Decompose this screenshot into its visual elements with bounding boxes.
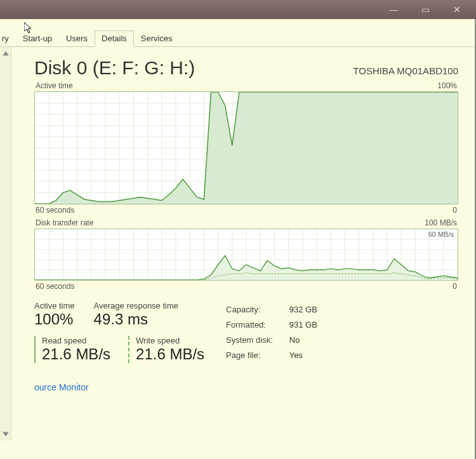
scroll-up-icon[interactable] — [2, 50, 10, 57]
avg-response-value: 49.3 ms — [94, 310, 178, 328]
chart1-label-top-left: Active time — [36, 81, 73, 90]
avg-response-label: Average response time — [94, 301, 178, 310]
active-time-value: 100% — [34, 310, 75, 328]
active-time-stat: Active time 100% — [34, 301, 75, 328]
maximize-button[interactable]: ▭ — [410, 3, 440, 17]
performance-detail-pane: Disk 0 (E: F: G: H:) TOSHIBA MQ01ABD100 … — [11, 47, 476, 441]
disk-model: TOSHIBA MQ01ABD100 — [353, 65, 458, 76]
tab-services[interactable]: Services — [134, 30, 180, 47]
chart2-label-mid-right: 60 MB/s — [428, 230, 454, 238]
table-row: Formatted: 931 GB — [226, 317, 317, 331]
tab-details[interactable]: Details — [95, 30, 134, 47]
system-disk-value: No — [289, 333, 317, 347]
read-speed-value: 21.6 MB/s — [42, 345, 110, 363]
table-row: Page file: Yes — [226, 348, 317, 362]
tab-startup[interactable]: Start-up — [16, 30, 59, 47]
transfer-rate-chart: 60 MB/s — [34, 229, 458, 281]
write-speed-value: 21.6 MB/s — [136, 345, 204, 363]
active-time-chart — [34, 91, 458, 204]
menubar-spacer — [0, 19, 476, 30]
titlebar: — ▭ ✕ — [0, 0, 476, 19]
read-speed-label: Read speed — [42, 336, 110, 345]
table-row: Capacity: 932 GB — [226, 302, 317, 316]
chart1-label-bottom-left: 60 seconds — [36, 206, 74, 215]
active-time-chart-block: Active time 100% 60 seconds 0 — [34, 81, 458, 215]
scroll-down-icon[interactable] — [2, 430, 10, 438]
disk-title: Disk 0 (E: F: G: H:) — [34, 57, 195, 79]
active-time-label: Active time — [34, 301, 75, 310]
pagefile-value: Yes — [289, 348, 317, 362]
resource-monitor-link[interactable]: ource Monitor — [34, 382, 89, 392]
tab-strip: ry Start-up Users Details Services — [0, 30, 476, 47]
read-speed-stat: Read speed 21.6 MB/s — [34, 336, 110, 363]
system-disk-label: System disk: — [226, 333, 288, 347]
close-button[interactable]: ✕ — [442, 3, 472, 17]
formatted-value: 931 GB — [289, 317, 317, 331]
pagefile-label: Page file: — [226, 348, 288, 362]
capacity-label: Capacity: — [226, 302, 288, 316]
disk-info-table: Capacity: 932 GB Formatted: 931 GB Syste… — [225, 301, 319, 363]
chart2-label-top-right: 100 MB/s — [425, 218, 457, 227]
tab-users[interactable]: Users — [59, 30, 95, 47]
chart2-label-bottom-left: 60 seconds — [36, 282, 74, 291]
disk-list-scrollbar[interactable] — [0, 47, 11, 441]
chart2-label-bottom-right: 0 — [453, 282, 457, 291]
write-speed-label: Write speed — [136, 336, 204, 345]
formatted-label: Formatted: — [226, 317, 288, 331]
capacity-value: 932 GB — [289, 302, 317, 316]
tab-app-history[interactable]: ry — [0, 30, 16, 47]
transfer-rate-chart-block: Disk transfer rate 100 MB/s 60 MB/s 60 s… — [34, 218, 458, 291]
table-row: System disk: No — [226, 333, 317, 347]
avg-response-stat: Average response time 49.3 ms — [94, 301, 178, 328]
chart1-label-top-right: 100% — [437, 81, 457, 90]
stats-row: Active time 100% Average response time 4… — [34, 301, 458, 363]
chart1-label-bottom-right: 0 — [453, 206, 457, 215]
minimize-button[interactable]: — — [378, 3, 409, 17]
chart2-label-top-left: Disk transfer rate — [36, 218, 93, 227]
write-speed-stat: Write speed 21.6 MB/s — [128, 336, 204, 363]
